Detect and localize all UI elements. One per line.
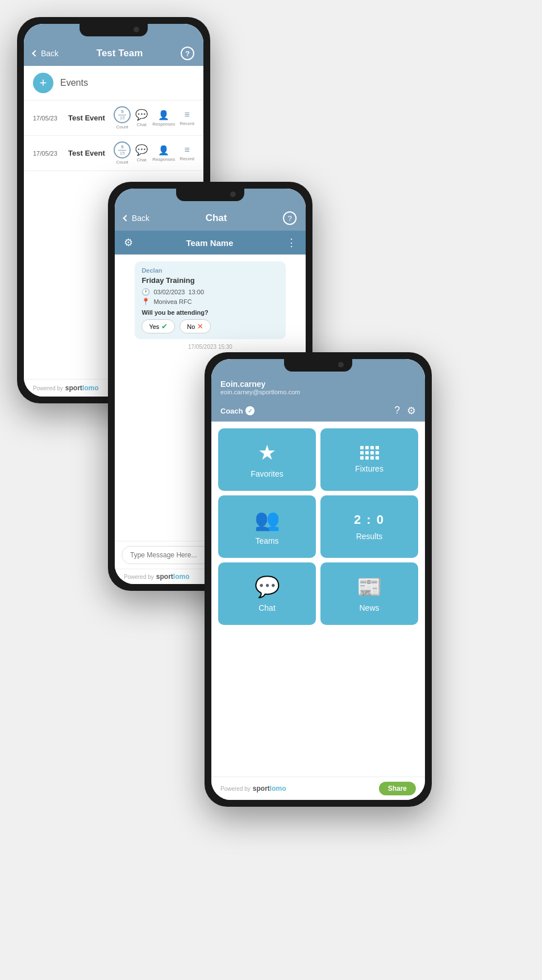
powered-by-label: Powered by xyxy=(124,574,154,580)
event-icons: 5 15 Count 💬 Chat 👤 Response xyxy=(114,141,194,165)
calendar-icon xyxy=(360,446,379,460)
count-group[interactable]: 5 15 Count xyxy=(114,106,131,130)
powered-by: Powered by sportlomo xyxy=(220,785,286,793)
phone2-header: Back Chat ? xyxy=(115,189,306,231)
message-card: Declan Friday Training 🕐 03/02/2023 13:0… xyxy=(135,261,285,339)
share-button[interactable]: Share xyxy=(379,782,416,795)
help-button[interactable]: ? xyxy=(181,47,194,60)
top-icons: ? ⚙ xyxy=(394,404,416,417)
count-badge: 5 15 xyxy=(114,141,131,159)
message-sender: Declan xyxy=(141,267,278,274)
responses-group[interactable]: 👤 Responses xyxy=(152,110,175,127)
results-tile[interactable]: 2 : 0 Results xyxy=(320,495,418,558)
fixtures-label: Fixtures xyxy=(355,464,383,473)
count-label: Count xyxy=(116,160,128,165)
more-options-icon[interactable]: ⋮ xyxy=(286,236,297,249)
chat-icon: 💬 xyxy=(135,109,148,121)
yes-label: Yes xyxy=(149,323,159,330)
teams-label: Teams xyxy=(255,536,278,545)
event-location-detail: 📍 Monivea RFC xyxy=(141,298,278,306)
phone-main: Eoin.carney eoin.carney@sportlomo.com Co… xyxy=(205,352,432,807)
record-group[interactable]: ≡ Record xyxy=(180,145,194,161)
brand-logo: sportlomo xyxy=(65,384,99,392)
role-bar: Coach ✓ ? ⚙ xyxy=(211,401,425,422)
count-badge: 5 15 xyxy=(114,106,131,123)
user-bar: Eoin.carney eoin.carney@sportlomo.com xyxy=(211,359,425,401)
scene: Back Test Team ? + Events 17/05/23 Test … xyxy=(0,0,542,980)
event-date: 17/05/23 xyxy=(33,150,62,157)
back-label: Back xyxy=(132,214,149,223)
chat-label: Chat xyxy=(259,603,276,612)
chat-group[interactable]: 💬 Chat xyxy=(135,109,148,127)
chat-label: Chat xyxy=(137,122,147,127)
event-title: Friday Training xyxy=(141,276,278,285)
favorites-label: Favorites xyxy=(251,469,283,478)
event-name: Test Event xyxy=(68,114,108,122)
verified-icon: ✓ xyxy=(245,406,255,415)
user-role: Coach ✓ xyxy=(220,406,255,415)
chat-group[interactable]: 💬 Chat xyxy=(135,144,148,162)
attend-question: Will you be attending? xyxy=(141,309,278,316)
people-icon: 👥 xyxy=(255,508,280,532)
back-button[interactable]: Back xyxy=(33,49,59,58)
team-name: Team Name xyxy=(186,238,233,248)
count-group[interactable]: 5 15 Count xyxy=(114,141,131,165)
event-row[interactable]: 17/05/23 Test Event 5 15 Count 💬 xyxy=(24,101,203,136)
location-icon: 📍 xyxy=(141,298,150,306)
event-date: 17/05/23 xyxy=(33,115,62,122)
star-icon: ★ xyxy=(258,441,276,465)
no-label: No xyxy=(187,323,195,330)
menu-grid: ★ Favorites Fixtures 👥 xyxy=(211,422,425,632)
attend-buttons: Yes ✔ No ✕ xyxy=(141,319,278,333)
score-display: 2 : 0 xyxy=(354,512,385,527)
event-name: Test Event xyxy=(68,149,108,157)
clock-icon: 🕐 xyxy=(141,288,150,296)
news-tile[interactable]: 📰 News xyxy=(320,562,418,625)
phone1-header: Back Test Team ? xyxy=(24,24,203,66)
chat-icon: 💬 xyxy=(135,144,148,156)
chat-tile[interactable]: 💬 Chat xyxy=(218,562,316,625)
chat-bubble-icon: 💬 xyxy=(255,575,280,599)
team-bar: ⚙ Team Name ⋮ xyxy=(115,231,306,255)
favorites-tile[interactable]: ★ Favorites xyxy=(218,428,316,491)
no-button[interactable]: No ✕ xyxy=(180,319,211,333)
record-icon: ≡ xyxy=(184,110,189,120)
yes-check-icon: ✔ xyxy=(161,322,168,331)
powered-by-label: Powered by xyxy=(220,786,251,792)
count-label: Count xyxy=(116,124,128,130)
record-icon: ≡ xyxy=(184,145,189,155)
event-location: Monivea RFC xyxy=(153,298,191,305)
settings-icon[interactable]: ⚙ xyxy=(407,404,416,417)
teams-tile[interactable]: 👥 Teams xyxy=(218,495,316,558)
news-label: News xyxy=(359,603,379,612)
gear-icon[interactable]: ⚙ xyxy=(124,236,133,249)
page-title: Chat xyxy=(206,212,227,224)
back-label: Back xyxy=(41,49,59,58)
event-date: 03/02/2023 xyxy=(153,289,185,295)
responses-icon: 👤 xyxy=(158,110,169,120)
responses-label: Responses xyxy=(152,157,175,162)
brand-logo: sportlomo xyxy=(253,785,286,793)
yes-button[interactable]: Yes ✔ xyxy=(141,319,175,333)
message-timestamp: 17/05/2023 15:30 xyxy=(122,344,299,350)
results-label: Results xyxy=(356,532,383,541)
event-row[interactable]: 17/05/23 Test Event 5 15 Count 💬 xyxy=(24,136,203,171)
footer: Powered by sportlomo Share xyxy=(211,777,425,800)
chat-label: Chat xyxy=(137,157,147,162)
fixtures-tile[interactable]: Fixtures xyxy=(320,428,418,491)
events-label: Events xyxy=(60,78,88,88)
user-email: eoin.carney@sportlomo.com xyxy=(220,389,416,395)
event-date-detail: 🕐 03/02/2023 13:00 xyxy=(141,288,278,296)
no-x-icon: ✕ xyxy=(197,322,203,331)
help-button[interactable]: ? xyxy=(283,211,297,225)
responses-label: Responses xyxy=(152,122,175,127)
record-group[interactable]: ≡ Record xyxy=(180,110,194,126)
responses-group[interactable]: 👤 Responses xyxy=(152,145,175,162)
add-button[interactable]: + xyxy=(33,73,53,93)
username: Eoin.carney xyxy=(220,380,416,389)
help-icon[interactable]: ? xyxy=(394,404,400,417)
add-events-row[interactable]: + Events xyxy=(24,66,203,101)
back-button[interactable]: Back xyxy=(124,214,149,223)
event-time: 13:00 xyxy=(188,289,204,295)
page-title: Test Team xyxy=(97,48,143,59)
